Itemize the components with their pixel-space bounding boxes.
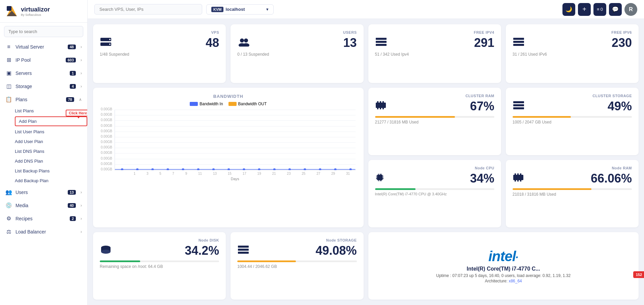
notif-count: 0 xyxy=(601,7,603,12)
chevron-down-icon: ∧ xyxy=(79,97,82,102)
intel-name: Intel(R) Core(TM) i7-4770 C... xyxy=(467,266,540,272)
virtual-server-icon: ≡ xyxy=(5,44,12,50)
list-user-plans-link[interactable]: List User Plans xyxy=(15,127,87,137)
sidebar-item-users[interactable]: 👥 Users 13 › xyxy=(0,186,87,199)
chevron-right-icon: › xyxy=(81,190,82,195)
sidebar-item-load-balancer[interactable]: ⚖ Load Balancer › xyxy=(0,225,87,238)
svg-rect-56 xyxy=(513,175,523,180)
svg-rect-47 xyxy=(382,176,384,176)
svg-point-19 xyxy=(151,168,154,170)
ipv4-value: 291 xyxy=(474,36,494,50)
list-button[interactable]: ≡ 0 xyxy=(593,3,606,16)
sidebar-item-storage[interactable]: ◫ Storage 4 › xyxy=(0,80,87,93)
sidebar-item-recipes[interactable]: ⚙ Recipes 2 › xyxy=(0,212,87,225)
node-storage-label: Node STORAGE xyxy=(237,238,357,242)
add-backup-plan-link[interactable]: Add Backup Plan xyxy=(15,176,87,186)
dashboard: VPS 48 1/48 Suspended USERS 13 0 / 13 Su… xyxy=(88,19,644,305)
add-button[interactable]: + xyxy=(578,3,591,16)
users-label: USERS xyxy=(237,30,357,34)
svg-rect-37 xyxy=(377,108,378,109)
dark-mode-button[interactable]: 🌙 xyxy=(562,3,575,16)
svg-point-26 xyxy=(258,168,260,170)
svg-rect-13 xyxy=(376,44,387,46)
svg-rect-45 xyxy=(376,177,377,178)
svg-rect-52 xyxy=(381,174,381,175)
recipes-icon: ⚙ xyxy=(5,215,12,222)
plans-icon: 📋 xyxy=(5,96,12,103)
svg-rect-36 xyxy=(382,101,384,103)
chat-button[interactable]: 💬 xyxy=(609,3,622,16)
avatar-button[interactable]: R xyxy=(624,3,637,16)
intel-dot: . xyxy=(516,248,518,260)
ipv6-icon xyxy=(513,37,525,49)
vps-label: VPS xyxy=(100,30,219,34)
svg-rect-14 xyxy=(513,38,524,40)
sidebar-item-label: IP Pool xyxy=(16,57,62,63)
node-ram-sub: 21018 / 31816 MB Used xyxy=(513,192,632,197)
sidebar-item-plans[interactable]: 📋 Plans 78 ∧ xyxy=(0,93,87,106)
list-backup-plans-link[interactable]: List Backup Plans xyxy=(15,166,87,176)
ipv6-card: FREE IPV6 230 31 / 261 Used IPv6 xyxy=(506,24,639,83)
chevron-right-icon: › xyxy=(81,84,82,89)
virtual-server-badge: 48 xyxy=(68,45,76,49)
svg-rect-35 xyxy=(380,101,381,103)
server-select[interactable]: KVM localhost ▾ xyxy=(206,4,274,15)
intel-logo: intel. xyxy=(488,248,518,265)
cluster-storage-card: CLUSTER STORAGE 49% 1005 / 2047 GB Used xyxy=(506,88,639,155)
users-card: USERS 13 0 / 13 Suspended xyxy=(231,24,363,83)
add-dns-plan-link[interactable]: Add DNS Plan xyxy=(15,156,87,166)
search-vps-input[interactable] xyxy=(94,4,202,15)
add-plan-link[interactable]: Click Here Add Plan xyxy=(15,116,87,126)
chevron-right-icon: › xyxy=(81,216,82,221)
add-user-plan-link[interactable]: Add User Plan xyxy=(15,137,87,146)
node-disk-card: Node DISK 34.2% Remaining space on /root… xyxy=(93,232,226,300)
svg-rect-53 xyxy=(378,180,379,181)
svg-rect-43 xyxy=(377,175,382,180)
chevron-right-icon: › xyxy=(81,58,82,62)
svg-rect-11 xyxy=(376,38,387,40)
svg-point-6 xyxy=(109,44,111,45)
svg-rect-57 xyxy=(515,173,516,175)
svg-point-23 xyxy=(212,168,215,170)
main-content: KVM localhost ▾ 🌙 + ≡ 0 💬 R VPS 48 xyxy=(88,0,644,305)
node-ram-value: 66.06% xyxy=(591,171,632,186)
sidebar-item-label: Servers xyxy=(16,71,66,76)
sidebar-item-media[interactable]: 💿 Media 40 › xyxy=(0,199,87,212)
chart-x-labels: 1357911 131517192123 25272931 xyxy=(115,170,356,175)
svg-rect-48 xyxy=(382,177,384,178)
svg-point-25 xyxy=(243,168,245,170)
node-disk-sub: Remaining space on /root: 64.4 GB xyxy=(100,264,219,269)
users-stat-icon xyxy=(237,37,251,49)
svg-rect-59 xyxy=(520,173,521,175)
sidebar-item-virtual-server[interactable]: ≡ Virtual Server 48 › xyxy=(0,40,87,53)
ipv4-card: FREE IPV4 291 51 / 342 Used Ipv4 xyxy=(368,24,501,83)
intel-arch-value: x86_64 xyxy=(509,279,522,283)
svg-rect-58 xyxy=(517,173,519,175)
floating-notification[interactable]: 152 xyxy=(633,271,644,278)
logo-title: virtualizor xyxy=(21,6,50,13)
server-name: localhost xyxy=(225,7,264,12)
intel-arch: Architecture: x86_64 xyxy=(485,279,522,283)
sidebar-search[interactable] xyxy=(4,26,83,37)
svg-rect-12 xyxy=(376,41,387,43)
list-dns-plans-link[interactable]: List DNS Plans xyxy=(15,146,87,156)
node-cpu-label: Node CPU xyxy=(375,166,494,170)
header-actions: 🌙 + ≡ 0 💬 R xyxy=(562,3,637,16)
bandwidth-title: BANDWIDTH xyxy=(100,94,357,99)
sidebar-item-label: Plans xyxy=(16,97,63,102)
svg-rect-60 xyxy=(515,180,516,182)
svg-point-18 xyxy=(136,168,139,170)
sidebar-item-servers[interactable]: ▣ Servers 1 › xyxy=(0,66,87,80)
svg-point-30 xyxy=(319,168,321,170)
chevron-right-icon: › xyxy=(81,71,82,76)
svg-point-22 xyxy=(197,168,200,170)
logo-sub: By Softaculous xyxy=(21,13,50,17)
sidebar-item-label: Virtual Server xyxy=(16,44,64,50)
node-storage-icon xyxy=(237,245,249,257)
bandwidth-legend: Bandwidth In Bandwidth OUT xyxy=(100,102,357,106)
load-balancer-icon: ⚖ xyxy=(5,228,12,235)
media-badge: 40 xyxy=(68,203,76,208)
sidebar-item-ip-pool[interactable]: ⊞ IP Pool 603 › xyxy=(0,53,87,66)
ipv4-icon xyxy=(375,37,387,49)
users-value: 13 xyxy=(343,36,357,50)
